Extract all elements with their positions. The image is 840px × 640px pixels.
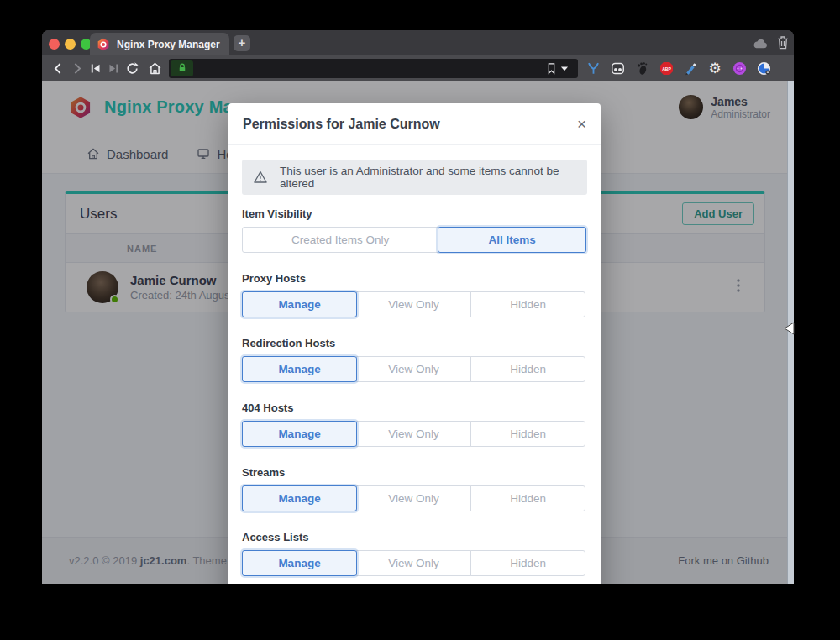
permission-section: 404 Hosts Manage View Only Hidden [242, 401, 587, 447]
browser-window: Nginx Proxy Manager + [42, 30, 794, 584]
browser-tab[interactable]: Nginx Proxy Manager [90, 33, 229, 55]
browser-tab-bar: Nginx Proxy Manager + [42, 30, 794, 55]
modal-close-icon[interactable]: × [577, 116, 586, 132]
extension-blue-circle-icon[interactable] [754, 59, 773, 77]
minimize-window-button[interactable] [65, 39, 76, 50]
view-only-button[interactable]: View Only [356, 485, 471, 511]
admin-warning-alert: This user is an Administrator and some i… [242, 160, 587, 195]
window-controls [49, 39, 92, 50]
view-only-button[interactable]: View Only [356, 550, 471, 576]
manage-button[interactable]: Manage [242, 356, 357, 382]
back-button[interactable] [49, 59, 67, 77]
permission-section-label: Access Lists [242, 531, 587, 543]
extension-gear-icon[interactable]: ⚙ [706, 59, 724, 77]
npm-favicon-icon [97, 38, 110, 51]
forward-button[interactable] [67, 59, 86, 77]
permission-section: Proxy Hosts Manage View Only Hidden [242, 272, 587, 317]
mouse-cursor [784, 322, 795, 338]
extension-blue-fork-icon[interactable] [584, 59, 602, 77]
warning-icon [253, 170, 268, 185]
permission-section-label: 404 Hosts [242, 401, 587, 414]
new-tab-button[interactable]: + [234, 35, 250, 51]
item-visibility-group: Created Items Only All Items [242, 227, 587, 253]
hidden-button[interactable]: Hidden [470, 421, 585, 447]
trash-icon[interactable] [776, 35, 790, 50]
extension-purple-icon[interactable] [730, 59, 748, 77]
skip-start-button[interactable] [86, 59, 104, 77]
permission-section-label: Proxy Hosts [242, 272, 587, 285]
permission-section: Access Lists Manage View Only Hidden [242, 531, 587, 576]
view-only-button[interactable]: View Only [356, 291, 471, 317]
manage-button[interactable]: Manage [242, 550, 357, 576]
visibility-created-items-only-button[interactable]: Created Items Only [242, 227, 438, 253]
manage-button[interactable]: Manage [242, 485, 357, 511]
sync-cloud-icon[interactable] [752, 37, 769, 49]
extension-adblock-plus-icon[interactable]: ABP [657, 59, 675, 77]
permission-section: Streams Manage View Only Hidden [242, 466, 587, 511]
tab-title: Nginx Proxy Manager [117, 39, 220, 50]
alert-text: This user is an Administrator and some i… [280, 165, 577, 190]
hidden-button[interactable]: Hidden [470, 550, 585, 576]
hidden-button[interactable]: Hidden [470, 356, 585, 382]
bookmark-caret-icon[interactable] [559, 59, 570, 77]
permission-section-label: Streams [242, 466, 587, 479]
item-visibility-label: Item Visibility [242, 207, 587, 220]
extension-gnome-foot-icon[interactable] [633, 59, 651, 77]
extension-pen-icon[interactable] [681, 59, 700, 77]
modal-title: Permissions for Jamie Curnow [243, 117, 440, 132]
view-only-button[interactable]: View Only [356, 356, 471, 382]
extension-mask-icon[interactable] [608, 59, 627, 77]
hidden-button[interactable]: Hidden [470, 291, 585, 317]
permissions-modal: Permissions for Jamie Curnow × This user… [228, 103, 601, 584]
permission-section: Redirection Hosts Manage View Only Hidde… [242, 337, 587, 382]
view-only-button[interactable]: View Only [356, 421, 471, 447]
home-button[interactable] [145, 59, 164, 77]
permission-section-label: Redirection Hosts [242, 337, 587, 349]
manage-button[interactable]: Manage [242, 291, 357, 317]
manage-button[interactable]: Manage [242, 421, 357, 447]
visibility-all-items-button[interactable]: All Items [438, 227, 586, 253]
https-lock-icon[interactable] [171, 60, 193, 76]
page-viewport: Nginx Proxy Manager James Administrator … [42, 81, 794, 584]
skip-end-button[interactable] [104, 59, 123, 77]
svg-text:ABP: ABP [662, 66, 671, 71]
close-window-button[interactable] [49, 39, 60, 50]
permission-sections: Proxy Hosts Manage View Only Hidden Redi… [242, 272, 587, 576]
reload-button[interactable] [123, 59, 141, 77]
hidden-button[interactable]: Hidden [470, 485, 585, 511]
bookmark-icon[interactable] [543, 59, 559, 77]
browser-toolbar: ABP ⚙ [42, 55, 794, 81]
url-bar[interactable] [169, 59, 578, 78]
